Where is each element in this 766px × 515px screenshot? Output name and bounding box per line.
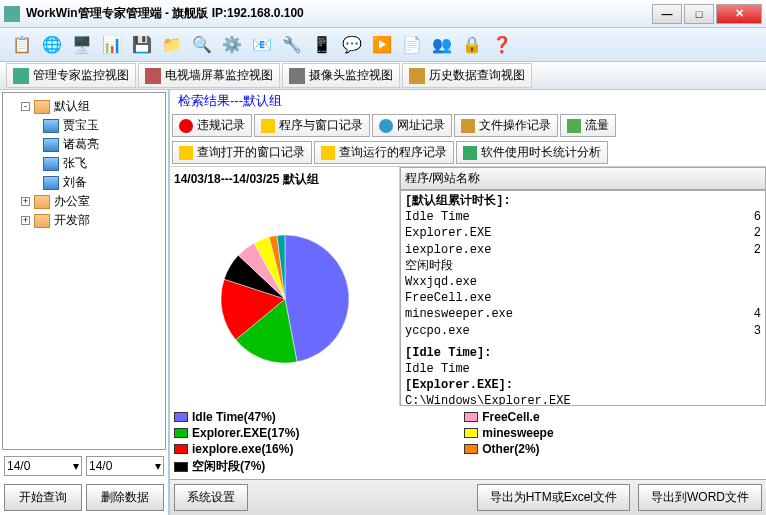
tab-url[interactable]: 网址记录 <box>372 114 452 137</box>
legend-item: iexplore.exe(16%) <box>174 442 456 456</box>
tree-group[interactable]: +开发部 <box>7 211 161 230</box>
tab-violation[interactable]: 违规记录 <box>172 114 252 137</box>
tree-root[interactable]: -默认组 <box>7 97 161 116</box>
date-from-input[interactable]: 14/0▾ <box>4 456 82 476</box>
export-word-button[interactable]: 导出到WORD文件 <box>638 484 762 511</box>
list-header: 程序/网站名称 <box>400 167 766 190</box>
view-tab-monitor[interactable]: 管理专家监控视图 <box>6 63 136 88</box>
computer-icon <box>43 157 59 171</box>
toolbar-icon-13[interactable]: ▶️ <box>368 31 396 59</box>
legend-item: Explorer.EXE(17%) <box>174 426 456 440</box>
list-item[interactable]: FreeCell.exe <box>405 290 761 306</box>
tab-file[interactable]: 文件操作记录 <box>454 114 558 137</box>
search-icon <box>179 146 193 160</box>
toolbar-icon-6[interactable]: 📁 <box>158 31 186 59</box>
list-item[interactable]: yccpo.exe3 <box>405 323 761 339</box>
swatch-icon <box>464 428 478 438</box>
computer-icon <box>43 119 59 133</box>
legend-item: minesweepe <box>464 426 746 440</box>
legend-item: 空闲时段(7%) <box>174 458 456 475</box>
expand-icon[interactable]: + <box>21 216 30 225</box>
legend-item: FreeCell.e <box>464 410 746 424</box>
traffic-icon <box>567 119 581 133</box>
toolbar-icon-5[interactable]: 💾 <box>128 31 156 59</box>
list-item[interactable]: Explorer.EXE2 <box>405 225 761 241</box>
toolbar-icon-14[interactable]: 📄 <box>398 31 426 59</box>
collapse-icon[interactable]: - <box>21 102 30 111</box>
minimize-button[interactable]: — <box>652 4 682 24</box>
swatch-icon <box>174 444 188 454</box>
toolbar-icon-16[interactable]: 🔒 <box>458 31 486 59</box>
delete-button[interactable]: 删除数据 <box>86 484 164 511</box>
window-title: WorkWin管理专家管理端 - 旗舰版 IP:192.168.0.100 <box>26 5 650 22</box>
search-result-label: 检索结果---默认组 <box>170 90 766 112</box>
toolbar-icon-15[interactable]: 👥 <box>428 31 456 59</box>
group-icon <box>34 195 50 209</box>
view-tab-history[interactable]: 历史数据查询视图 <box>402 63 532 88</box>
record-tabs: 违规记录 程序与窗口记录 网址记录 文件操作记录 流量 <box>170 112 766 139</box>
computer-icon <box>43 138 59 152</box>
toolbar-icon-10[interactable]: 🔧 <box>278 31 306 59</box>
view-tab-camera[interactable]: 摄像头监控视图 <box>282 63 400 88</box>
list-item[interactable]: Idle Time <box>405 361 761 377</box>
search-icon <box>321 146 335 160</box>
titlebar: WorkWin管理专家管理端 - 旗舰版 IP:192.168.0.100 — … <box>0 0 766 28</box>
group-icon <box>34 214 50 228</box>
dropdown-icon: ▾ <box>73 459 79 473</box>
program-list[interactable]: [默认组累计时长]: Idle Time6 Explorer.EXE2 iexp… <box>400 190 766 406</box>
date-to-input[interactable]: 14/0▾ <box>86 456 164 476</box>
toolbar-icon-12[interactable]: 💬 <box>338 31 366 59</box>
expand-icon[interactable]: + <box>21 197 30 206</box>
export-htm-excel-button[interactable]: 导出为HTM或Excel文件 <box>477 484 630 511</box>
subtab-program-records[interactable]: 查询运行的程序记录 <box>314 141 454 164</box>
swatch-icon <box>174 462 188 472</box>
toolbar-icon-7[interactable]: 🔍 <box>188 31 216 59</box>
list-item[interactable]: iexplore.exe2 <box>405 242 761 258</box>
chart-icon <box>463 146 477 160</box>
computer-tree[interactable]: -默认组 贾宝玉 诸葛亮 张飞 刘备 +办公室 +开发部 <box>2 92 166 450</box>
tab-traffic[interactable]: 流量 <box>560 114 616 137</box>
toolbar-icon-11[interactable]: 📱 <box>308 31 336 59</box>
list-group-header: [Idle Time]: <box>405 345 761 361</box>
tree-group[interactable]: +办公室 <box>7 192 161 211</box>
globe-icon <box>379 119 393 133</box>
system-settings-button[interactable]: 系统设置 <box>174 484 248 511</box>
stop-icon <box>179 119 193 133</box>
toolbar-icon-1[interactable]: 📋 <box>8 31 36 59</box>
swatch-icon <box>464 412 478 422</box>
list-item[interactable]: 空闲时段 <box>405 258 761 274</box>
tree-user[interactable]: 张飞 <box>7 154 161 173</box>
camera-icon <box>289 68 305 84</box>
query-button[interactable]: 开始查询 <box>4 484 82 511</box>
list-item[interactable]: Idle Time6 <box>405 209 761 225</box>
history-icon <box>409 68 425 84</box>
monitor-icon <box>13 68 29 84</box>
toolbar-icon-globe[interactable]: 🌐 <box>38 31 66 59</box>
sub-tabs: 查询打开的窗口记录 查询运行的程序记录 软件使用时长统计分析 <box>170 139 766 167</box>
toolbar-icon-17[interactable]: ❓ <box>488 31 516 59</box>
chart-panel: 14/03/18---14/03/25 默认组 <box>170 167 400 406</box>
list-item[interactable]: C:\Windows\Explorer.EXE <box>405 393 761 406</box>
app-icon <box>4 6 20 22</box>
list-group-header: [Explorer.EXE]: <box>405 377 761 393</box>
computer-icon <box>43 176 59 190</box>
close-button[interactable]: ✕ <box>716 4 762 24</box>
toolbar-icon-monitor[interactable]: 🖥️ <box>68 31 96 59</box>
tree-user[interactable]: 诸葛亮 <box>7 135 161 154</box>
dropdown-icon: ▾ <box>155 459 161 473</box>
list-item[interactable]: Wxxjqd.exe <box>405 274 761 290</box>
file-icon <box>461 119 475 133</box>
tree-user[interactable]: 贾宝玉 <box>7 116 161 135</box>
toolbar-icon-8[interactable]: ⚙️ <box>218 31 246 59</box>
toolbar-icon-4[interactable]: 📊 <box>98 31 126 59</box>
subtab-usage-stats[interactable]: 软件使用时长统计分析 <box>456 141 608 164</box>
list-group-header: [默认组累计时长]: <box>405 193 761 209</box>
tab-program[interactable]: 程序与窗口记录 <box>254 114 370 137</box>
swatch-icon <box>174 412 188 422</box>
view-tab-tvwall[interactable]: 电视墙屏幕监控视图 <box>138 63 280 88</box>
maximize-button[interactable]: □ <box>684 4 714 24</box>
list-item[interactable]: minesweeper.exe4 <box>405 306 761 322</box>
tree-user[interactable]: 刘备 <box>7 173 161 192</box>
subtab-window-records[interactable]: 查询打开的窗口记录 <box>172 141 312 164</box>
toolbar-icon-9[interactable]: 📧 <box>248 31 276 59</box>
